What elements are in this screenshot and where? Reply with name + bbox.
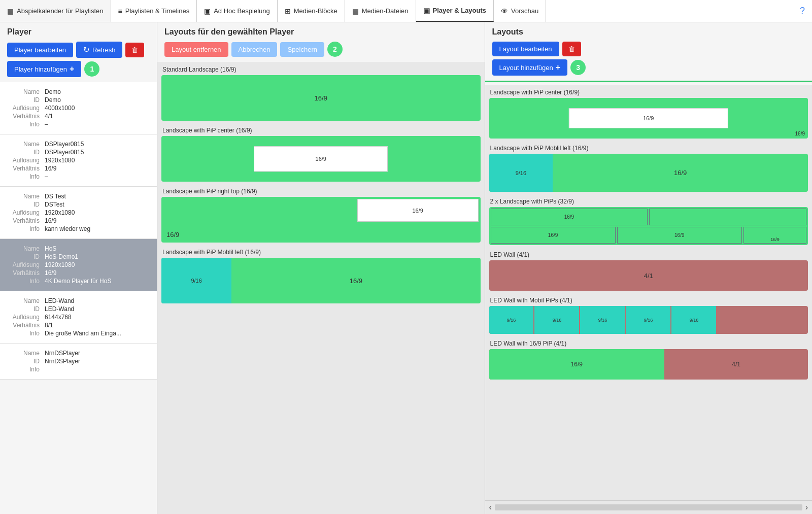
selected-layout-entry[interactable]: Landscape with PiP right top (16/9) 16/9…: [161, 188, 481, 243]
tab-playlisten[interactable]: ≡ Playlisten & Timelines: [111, 0, 197, 22]
layout-preview[interactable]: 4/1: [489, 260, 808, 291]
layout-preview[interactable]: 16/9 16/9: [489, 98, 808, 139]
delete-layout-button[interactable]: 🗑: [562, 42, 581, 56]
tab-mediendateien[interactable]: ▤ Medien-Dateien: [345, 0, 416, 22]
scroll-track[interactable]: [495, 504, 802, 510]
adhoc-icon: ▣: [204, 7, 211, 15]
all-layout-entry[interactable]: 2 x Landscape with PiPs (32/9) 16/9 16/9…: [489, 198, 808, 245]
all-layout-entry[interactable]: Landscape with PiP Moblil left (16/9) 9/…: [489, 145, 808, 192]
refresh-icon: ↻: [83, 45, 90, 54]
all-layouts-badge: 3: [570, 60, 586, 75]
plus-icon-layout: +: [556, 63, 560, 72]
layout-preview[interactable]: 16/9: [161, 75, 481, 121]
layouts-divider: [485, 81, 813, 82]
layout-preview[interactable]: 16/9: [161, 136, 481, 182]
layout-preview[interactable]: 9/16 16/9: [161, 258, 481, 303]
layout-preview[interactable]: 9/16 9/16 9/16 9/16 9/16: [489, 306, 808, 334]
all-layouts-title: Layouts: [485, 22, 813, 37]
layout-preview[interactable]: 16/9 16/9: [161, 197, 481, 243]
all-layout-entry[interactable]: Landscape with PiP center (16/9) 16/9 16…: [489, 89, 808, 139]
all-layout-entry[interactable]: LED Wall (4/1) 4/1: [489, 251, 808, 291]
calendar-icon: ▦: [7, 7, 14, 15]
layout-title: Landscape with PiP center (16/9): [489, 89, 808, 96]
top-navigation: ▦ Abspielkalender für Playlisten ≡ Playl…: [0, 0, 812, 22]
player-toolbar: Player bearbeiten ↻ Refresh 🗑 Player hin…: [0, 37, 157, 82]
edit-layout-button[interactable]: Layout bearbeiten: [492, 42, 559, 56]
all-layouts-toolbar: Layout bearbeiten 🗑 Layout hinzufügen + …: [485, 37, 813, 81]
player-list-item[interactable]: NameDS Test IDDSTest Auflösung1920x1080 …: [0, 187, 157, 239]
trash-icon-layout: 🗑: [568, 45, 575, 53]
player-list-item[interactable]: NameNrnDSPlayer IDNrnDSPlayer Info: [0, 344, 157, 380]
selected-layout-entry[interactable]: Standard Landscape (16/9) 16/9: [161, 66, 481, 121]
player-list-item[interactable]: NameDSPlayer0815 IDDSPlayer0815 Auflösun…: [0, 134, 157, 187]
layout-title: Standard Landscape (16/9): [161, 66, 481, 73]
selected-layouts-badge: 2: [327, 42, 343, 57]
selected-layouts-panel[interactable]: Standard Landscape (16/9) 16/9Landscape …: [157, 62, 485, 514]
all-layout-entry[interactable]: LED Wall with 16/9 PiP (4/1) 16/9 4/1: [489, 340, 808, 380]
player-column-title: Player: [0, 22, 157, 37]
player-list-item[interactable]: NameDemo IDDemo Auflösung4000x1000 Verhä…: [0, 82, 157, 134]
all-layouts-column: Layouts Layout bearbeiten 🗑 Layout hinzu…: [485, 22, 813, 514]
layout-title: Landscape with PiP Moblil left (16/9): [161, 249, 481, 256]
player-column: Player Player bearbeiten ↻ Refresh 🗑 Pla…: [0, 22, 157, 514]
tab-adhoc[interactable]: ▣ Ad Hoc Bespielung: [197, 0, 278, 22]
tab-player-layouts[interactable]: ▣ Player & Layouts: [416, 0, 494, 22]
layout-preview[interactable]: 16/9 16/9 16/9 16/9: [489, 207, 808, 245]
add-layout-button[interactable]: Layout hinzufügen +: [492, 59, 568, 76]
layout-title: Landscape with PiP center (16/9): [161, 127, 481, 134]
help-button[interactable]: ?: [793, 0, 812, 22]
layout-title: Landscape with PiP Moblil left (16/9): [489, 145, 808, 152]
trash-icon: 🗑: [131, 46, 138, 54]
player-list[interactable]: NameDemo IDDemo Auflösung4000x1000 Verhä…: [0, 82, 157, 514]
horizontal-scroll-bar[interactable]: ‹ ›: [485, 500, 813, 514]
tab-abspiel[interactable]: ▦ Abspielkalender für Playlisten: [0, 0, 111, 22]
blocks-icon: ⊞: [285, 7, 291, 15]
layout-preview[interactable]: 9/16 16/9: [489, 154, 808, 192]
player-list-item[interactable]: NameHoS IDHoS-Demo1 Auflösung1920x1080 V…: [0, 239, 157, 291]
cancel-button[interactable]: Abbrechen: [231, 42, 278, 57]
refresh-button[interactable]: ↻ Refresh: [76, 42, 123, 58]
player-list-item[interactable]: NameLED-Wand IDLED-Wand Auflösung6144x76…: [0, 291, 157, 344]
layout-title: LED Wall with 16/9 PiP (4/1): [489, 340, 808, 347]
list-icon: ≡: [118, 7, 122, 15]
selected-layouts-title: Layouts für den gewählten Player: [157, 22, 485, 37]
remove-layout-button[interactable]: Layout entfernen: [164, 42, 228, 57]
plus-icon: +: [70, 64, 74, 74]
selected-layout-entry[interactable]: Landscape with PiP center (16/9) 16/9: [161, 127, 481, 182]
scroll-right-arrow[interactable]: ›: [805, 503, 808, 512]
layout-title: 2 x Landscape with PiPs (32/9): [489, 198, 808, 205]
selected-layouts-toolbar: Layout entfernen Abbrechen Speichern 2: [157, 37, 485, 62]
selected-layouts-column: Layouts für den gewählten Player Layout …: [157, 22, 485, 514]
files-icon: ▤: [352, 7, 359, 15]
edit-player-button[interactable]: Player bearbeiten: [7, 43, 73, 57]
layout-title: LED Wall with Mobil PiPs (4/1): [489, 297, 808, 304]
all-layouts-panel[interactable]: Landscape with PiP center (16/9) 16/9 16…: [485, 85, 813, 500]
player-badge: 1: [84, 61, 99, 77]
preview-icon: 👁: [501, 7, 508, 15]
player-icon: ▣: [423, 7, 430, 15]
add-player-button[interactable]: Player hinzufügen +: [7, 61, 81, 77]
delete-player-button[interactable]: 🗑: [125, 43, 144, 57]
tab-vorschau[interactable]: 👁 Vorschau: [494, 0, 546, 22]
save-button[interactable]: Speichern: [280, 42, 324, 57]
tab-medienbloecke[interactable]: ⊞ Medien-Blöcke: [278, 0, 345, 22]
main-container: Player Player bearbeiten ↻ Refresh 🗑 Pla…: [0, 22, 812, 514]
layout-title: Landscape with PiP right top (16/9): [161, 188, 481, 195]
scroll-left-arrow[interactable]: ‹: [489, 503, 492, 512]
layout-preview[interactable]: 16/9 4/1: [489, 349, 808, 380]
selected-layout-entry[interactable]: Landscape with PiP Moblil left (16/9) 9/…: [161, 249, 481, 303]
layout-title: LED Wall (4/1): [489, 251, 808, 258]
all-layout-entry[interactable]: LED Wall with Mobil PiPs (4/1) 9/16 9/16…: [489, 297, 808, 334]
